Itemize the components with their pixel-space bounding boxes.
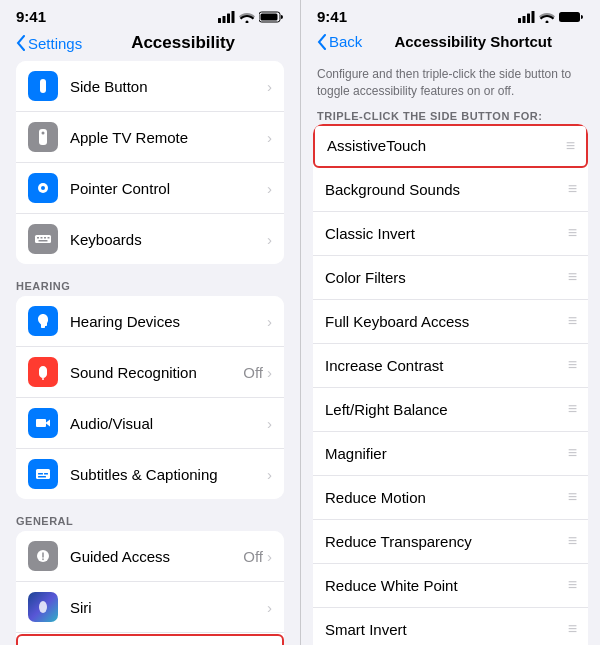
svg-rect-12	[37, 237, 39, 239]
list-item-keyboards[interactable]: Keyboards ›	[16, 214, 284, 264]
sound-recognition-value: Off	[243, 364, 263, 381]
right-list-item-smart-invert[interactable]: Smart Invert ≡	[313, 608, 588, 645]
left-scroll-area[interactable]: Side Button › Apple TV Remote › Pointer …	[0, 61, 300, 645]
svg-rect-1	[223, 16, 226, 23]
right-list-item-assistivetouch[interactable]: AssistiveTouch ≡	[313, 124, 588, 168]
list-item-side-button[interactable]: Side Button ›	[16, 61, 284, 112]
full-keyboard-access-label: Full Keyboard Access	[325, 313, 568, 330]
sound-recognition-icon	[28, 357, 58, 387]
right-list-item-reduce-motion[interactable]: Reduce Motion ≡	[313, 476, 588, 520]
color-filters-label: Color Filters	[325, 269, 568, 286]
left-panel: 9:41	[0, 0, 300, 645]
list-item-hearing-devices[interactable]: Hearing Devices ›	[16, 296, 284, 347]
right-list-item-increase-contrast[interactable]: Increase Contrast ≡	[313, 344, 588, 388]
guided-access-label: Guided Access	[70, 548, 243, 565]
audio-visual-label: Audio/Visual	[70, 415, 267, 432]
keyboards-label: Keyboards	[70, 231, 267, 248]
hearing-items-group: Hearing Devices › Sound Recognition Off …	[16, 296, 284, 499]
svg-rect-13	[41, 237, 43, 239]
right-back-button[interactable]: Back	[317, 33, 362, 50]
keyboards-chevron: ›	[267, 231, 272, 248]
right-signal-icon	[518, 11, 535, 23]
right-chevron-icon	[317, 34, 327, 50]
audio-visual-chevron: ›	[267, 415, 272, 432]
svg-rect-16	[39, 240, 48, 242]
background-sounds-drag: ≡	[568, 180, 576, 198]
svg-point-10	[41, 186, 45, 190]
svg-rect-31	[523, 16, 526, 23]
right-wifi-icon	[539, 11, 555, 23]
list-item-sound-recognition[interactable]: Sound Recognition Off ›	[16, 347, 284, 398]
right-list-item-reduce-transparency[interactable]: Reduce Transparency ≡	[313, 520, 588, 564]
reduce-white-point-label: Reduce White Point	[325, 577, 568, 594]
guided-access-value: Off	[243, 548, 263, 565]
assistivetouch-label: AssistiveTouch	[327, 137, 566, 154]
right-scroll-area[interactable]: AssistiveTouch ≡ Background Sounds ≡ Cla…	[301, 124, 600, 645]
right-list-item-background-sounds[interactable]: Background Sounds ≡	[313, 168, 588, 212]
right-list-item-magnifier[interactable]: Magnifier ≡	[313, 432, 588, 476]
pointer-label: Pointer Control	[70, 180, 267, 197]
apple-tv-label: Apple TV Remote	[70, 129, 267, 146]
hearing-devices-chevron: ›	[267, 313, 272, 330]
svg-point-8	[42, 132, 45, 135]
magnifier-label: Magnifier	[325, 445, 568, 462]
svg-rect-32	[527, 13, 530, 23]
svg-rect-18	[36, 419, 46, 427]
list-item-accessibility-shortcut[interactable]: Accessibility Shortcut AssistiveTouch ›	[16, 634, 284, 645]
right-title: Accessibility Shortcut	[362, 33, 584, 50]
svg-rect-30	[518, 18, 521, 23]
apple-tv-chevron: ›	[267, 129, 272, 146]
svg-rect-34	[559, 12, 580, 22]
sound-recognition-label: Sound Recognition	[70, 364, 243, 381]
left-status-icons	[218, 11, 284, 23]
subtitles-chevron: ›	[267, 466, 272, 483]
svg-rect-7	[39, 129, 47, 145]
pointer-icon	[28, 173, 58, 203]
background-sounds-label: Background Sounds	[325, 181, 568, 198]
svg-rect-11	[35, 235, 51, 243]
list-item-subtitles[interactable]: Subtitles & Captioning ›	[16, 449, 284, 499]
side-button-icon	[28, 71, 58, 101]
svg-rect-22	[38, 476, 46, 478]
svg-rect-14	[44, 237, 46, 239]
left-nav-bar: Settings Accessibility	[0, 29, 300, 61]
right-list-item-color-filters[interactable]: Color Filters ≡	[313, 256, 588, 300]
reduce-motion-label: Reduce Motion	[325, 489, 568, 506]
smart-invert-label: Smart Invert	[325, 621, 568, 638]
svg-rect-33	[532, 11, 535, 23]
top-items-group: Side Button › Apple TV Remote › Pointer …	[16, 61, 284, 264]
left-right-balance-label: Left/Right Balance	[325, 401, 568, 418]
triple-click-label: TRIPLE-CLICK THE SIDE BUTTON FOR:	[301, 104, 600, 124]
right-list-item-reduce-white-point[interactable]: Reduce White Point ≡	[313, 564, 588, 608]
svg-rect-6	[40, 79, 46, 93]
right-list-item-full-keyboard-access[interactable]: Full Keyboard Access ≡	[313, 300, 588, 344]
reduce-transparency-drag: ≡	[568, 532, 576, 550]
list-item-guided-access[interactable]: Guided Access Off ›	[16, 531, 284, 582]
wifi-icon	[239, 11, 255, 23]
right-panel: 9:41 Back	[300, 0, 600, 645]
svg-rect-20	[38, 473, 43, 475]
hearing-devices-label: Hearing Devices	[70, 313, 267, 330]
svg-point-24	[39, 601, 47, 613]
reduce-transparency-label: Reduce Transparency	[325, 533, 568, 550]
right-time: 9:41	[317, 8, 347, 25]
list-item-pointer-control[interactable]: Pointer Control ›	[16, 163, 284, 214]
shortcut-description: Configure and then triple-click the side…	[301, 58, 600, 104]
list-item-siri[interactable]: Siri ›	[16, 582, 284, 633]
right-list-item-left-right-balance[interactable]: Left/Right Balance ≡	[313, 388, 588, 432]
sound-recognition-chevron: ›	[267, 364, 272, 381]
left-back-button[interactable]: Settings	[16, 35, 82, 52]
list-item-audio-visual[interactable]: Audio/Visual ›	[16, 398, 284, 449]
list-item-apple-tv-remote[interactable]: Apple TV Remote ›	[16, 112, 284, 163]
right-status-bar: 9:41	[301, 0, 600, 29]
guided-access-chevron: ›	[267, 548, 272, 565]
siri-chevron: ›	[267, 599, 272, 616]
right-list-item-classic-invert[interactable]: Classic Invert ≡	[313, 212, 588, 256]
svg-rect-21	[44, 473, 48, 475]
audio-visual-icon	[28, 408, 58, 438]
general-section-header: GENERAL	[0, 499, 300, 531]
subtitles-icon	[28, 459, 58, 489]
pointer-chevron: ›	[267, 180, 272, 197]
reduce-white-point-drag: ≡	[568, 576, 576, 594]
side-button-label: Side Button	[70, 78, 267, 95]
